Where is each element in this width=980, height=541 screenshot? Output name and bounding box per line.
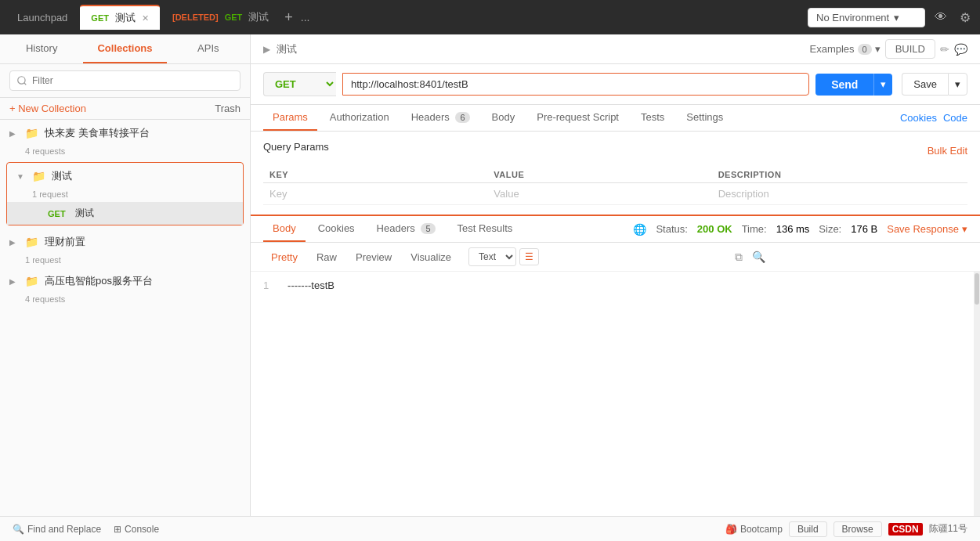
launchpad-label: Launchpad [17,12,67,23]
params-tab-label: Params [273,111,308,123]
more-tabs-button[interactable]: ... [298,11,313,23]
csdn-badge: CSDN [888,523,923,536]
description-input[interactable] [718,188,930,200]
cookies-link[interactable]: Cookies [900,112,937,124]
build-bottom-button[interactable]: Build [789,521,827,537]
search-input[interactable] [9,70,240,91]
scroll-bar[interactable] [974,272,980,516]
build-button[interactable]: BUILD [885,39,935,59]
size-value: 176 B [851,223,877,235]
tab-authorization[interactable]: Authorization [320,105,399,131]
examples-button[interactable]: Examples 0 ▾ [810,43,881,55]
response-tab-headers[interactable]: Headers 5 [367,216,445,242]
url-input[interactable] [342,73,809,96]
save-button[interactable]: Save [902,73,948,96]
tab-params[interactable]: Params [263,105,317,131]
value-input[interactable] [494,188,705,200]
request-item-get-test[interactable]: GET 测试 [7,202,243,225]
save-btn-group: Save ▾ [902,73,967,96]
collection-header-1[interactable]: ▶ 📁 快来麦 美食車转接平台 [0,120,250,146]
tab-deleted-test[interactable]: [DELETED] GET 测试 [161,5,280,30]
env-label: No Environment [816,12,889,23]
method-select[interactable]: GET POST PUT DELETE PATCH [263,72,336,96]
response-tab-body[interactable]: Body [263,216,306,242]
new-collection-button[interactable]: + New Collection [9,103,86,114]
authorization-tab-label: Authorization [330,111,389,123]
tab-launchpad[interactable]: Launchpad [6,5,78,30]
save-response-button[interactable]: Save Response ▾ [887,223,967,235]
format-tab-raw[interactable]: Raw [309,248,345,266]
tab-body[interactable]: Body [483,105,525,131]
settings-icon-button[interactable]: ⚙ [956,7,974,28]
bulk-edit-button[interactable]: Bulk Edit [928,145,967,157]
trash-button[interactable]: Trash [215,103,240,114]
top-tab-bar: Launchpad GET 测试 ✕ [DELETED] GET 测试 + ..… [0,0,980,34]
format-tab-pretty[interactable]: Pretty [263,248,306,266]
query-params-area: Query Params Bulk Edit KEY VALUE DESCRIP… [251,132,980,215]
folder-icon-3: 📁 [25,236,38,248]
environment-selector[interactable]: No Environment ▾ [808,8,925,27]
tab-tests[interactable]: Tests [631,105,674,131]
edit-icon-button[interactable]: ✏ [940,43,949,56]
deleted-tab-name: 测试 [248,10,269,24]
key-column-header: KEY [263,167,487,183]
headers-badge: 6 [455,112,469,123]
pre-request-tab-label: Pre-request Script [537,111,619,123]
response-tab-cookies[interactable]: Cookies [309,216,364,242]
send-button[interactable]: Send [815,74,873,96]
request-tab-actions: Cookies Code [900,112,967,124]
main-layout: History Collections APIs + New Collectio… [0,34,980,516]
params-empty-row [263,183,967,205]
response-test-results-tab-label: Test Results [457,222,513,234]
collection-list: ▶ 📁 快来麦 美食車转接平台 4 requests ▼ 📁 测试 1 requ… [0,120,250,516]
response-headers-badge: 5 [421,223,435,234]
folder-icon-4: 📁 [25,275,38,287]
tab-settings[interactable]: Settings [677,105,732,131]
format-tab-visualize[interactable]: Visualize [403,248,459,266]
response-tab-test-results[interactable]: Test Results [448,216,523,242]
find-replace-button[interactable]: 🔍 Find and Replace [13,524,101,535]
add-tab-button[interactable]: + [281,9,296,26]
tab-name: 测试 [115,11,136,25]
tab-pre-request-script[interactable]: Pre-request Script [527,105,628,131]
collection-header-2[interactable]: ▼ 📁 测试 [7,163,243,189]
code-link[interactable]: Code [943,112,967,124]
examples-label: Examples [810,43,855,55]
collection-header-3[interactable]: ▶ 📁 理财前置 [0,229,250,255]
collection-count-1: 4 requests [0,146,250,159]
key-input[interactable] [269,188,481,200]
sidebar-tab-apis[interactable]: APIs [167,34,250,63]
sidebar-tab-history[interactable]: History [0,34,83,63]
collections-tab-label: Collections [97,42,152,54]
collection-name-1: 快来麦 美食車转接平台 [45,126,240,140]
bootcamp-button[interactable]: 🎒 Bootcamp [725,524,783,535]
tab-close-icon[interactable]: ✕ [142,13,149,23]
browse-bottom-button[interactable]: Browse [834,521,882,537]
tab-get-test[interactable]: GET 测试 ✕ [80,5,160,30]
copy-icon-button[interactable]: ⧉ [733,249,744,265]
time-value: 136 ms [776,223,810,235]
collection-header-4[interactable]: ▶ 📁 高压电智能pos服务平台 [0,268,250,294]
send-dropdown-button[interactable]: ▾ [873,74,892,96]
collection-count-4: 4 requests [0,294,250,307]
collection-item-4: ▶ 📁 高压电智能pos服务平台 4 requests [0,268,250,307]
status-value: 200 OK [697,223,732,235]
console-button[interactable]: ⊞ Console [114,524,159,535]
find-replace-label: Find and Replace [27,524,101,535]
top-tab-actions: No Environment ▾ 👁 ⚙ [808,7,974,28]
caret-icon-2: ▼ [16,172,26,181]
wrap-icon-button[interactable]: ☰ [519,248,539,265]
response-area: Body Cookies Headers 5 Test Results 🌐 St… [251,215,980,516]
save-dropdown-button[interactable]: ▾ [948,73,967,96]
format-type-select[interactable]: Text [468,247,516,266]
format-tab-preview[interactable]: Preview [348,248,400,266]
sidebar-tab-collections[interactable]: Collections [83,34,166,63]
examples-chevron: ▾ [875,43,881,55]
search-response-button[interactable]: 🔍 [750,249,767,265]
size-label: Size: [819,223,841,235]
comment-icon-button[interactable]: 💬 [954,43,967,56]
request-method-tag: GET [45,208,69,219]
eye-icon-button[interactable]: 👁 [931,7,950,27]
tab-headers[interactable]: Headers 6 [402,105,479,131]
value-column-header: VALUE [487,167,711,183]
